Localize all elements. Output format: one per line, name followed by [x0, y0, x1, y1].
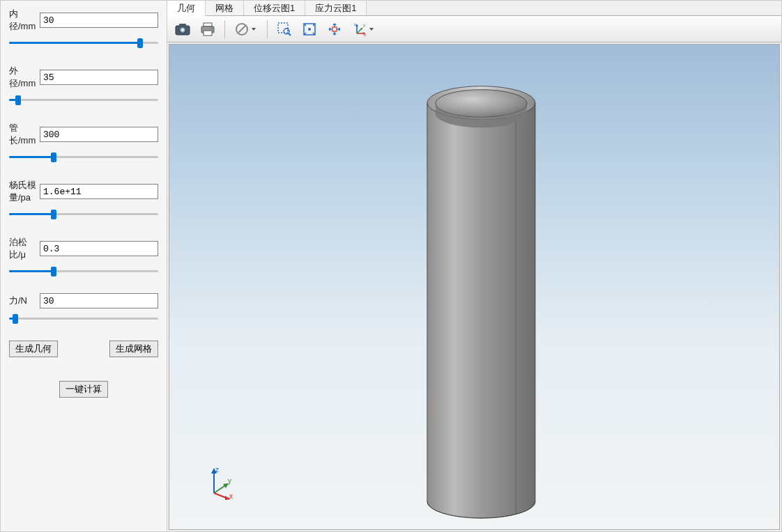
tab-geometry[interactable]: 几何 [167, 1, 206, 16]
outer-diameter-slider[interactable] [9, 94, 158, 105]
axis-z-label: z [215, 466, 219, 474]
poisson-ratio-label: 泊松比/μ [9, 236, 37, 261]
cylinder-geometry [169, 45, 779, 529]
svg-point-3 [181, 29, 184, 31]
main-panel: 几何 网格 位移云图1 应力云图1 [167, 0, 782, 532]
youngs-modulus-input[interactable] [40, 184, 158, 199]
youngs-modulus-label: 杨氏模量/pa [9, 179, 37, 204]
svg-rect-10 [278, 23, 288, 33]
tab-mesh[interactable]: 网格 [206, 1, 244, 15]
axis-y-label: y [228, 477, 231, 485]
axis-triad: z y x [206, 465, 240, 500]
tube-length-input[interactable] [40, 127, 158, 142]
svg-line-12 [289, 33, 291, 36]
poisson-ratio-input[interactable] [40, 241, 158, 256]
svg-point-14 [308, 28, 311, 31]
zoom-select-icon[interactable] [273, 19, 296, 40]
print-icon[interactable] [196, 19, 220, 40]
svg-rect-15 [332, 27, 337, 31]
youngs-modulus-slider[interactable] [9, 208, 158, 219]
force-input[interactable] [40, 293, 158, 308]
svg-rect-6 [204, 31, 212, 36]
viewport-3d[interactable]: z y x [169, 44, 780, 530]
svg-text:x: x [364, 33, 366, 36]
inner-diameter-label: 内径/mm [9, 8, 37, 33]
svg-text:y: y [363, 23, 365, 27]
camera-icon[interactable] [171, 19, 194, 40]
tube-length-label: 管长/mm [9, 122, 37, 147]
generate-geometry-button[interactable]: 生成几何 [9, 341, 58, 357]
force-label: 力/N [9, 295, 37, 307]
toolbar-separator [267, 20, 268, 38]
inner-diameter-input[interactable] [40, 13, 158, 28]
parameter-panel: 内径/mm 外径/mm 管长/mm [0, 0, 167, 532]
zoom-fit-icon[interactable] [298, 19, 321, 40]
poisson-ratio-slider[interactable] [9, 265, 158, 276]
compute-button[interactable]: 一键计算 [59, 381, 108, 398]
svg-point-7 [211, 28, 213, 29]
svg-point-24 [436, 90, 527, 118]
svg-rect-1 [179, 24, 186, 26]
chevron-down-icon [369, 28, 374, 31]
svg-text:z: z [354, 22, 356, 26]
axes-icon[interactable]: z y x [348, 19, 380, 40]
outer-diameter-input[interactable] [40, 70, 158, 85]
generate-mesh-button[interactable]: 生成网格 [109, 341, 158, 357]
toolbar-separator [224, 20, 225, 38]
outer-diameter-label: 外径/mm [9, 65, 37, 90]
zoom-extents-icon[interactable] [323, 19, 346, 40]
svg-line-9 [238, 26, 245, 33]
tube-length-slider[interactable] [9, 151, 158, 162]
chevron-down-icon [252, 28, 256, 31]
clear-icon[interactable] [230, 19, 262, 40]
tab-displacement[interactable]: 位移云图1 [244, 1, 305, 15]
svg-point-11 [284, 29, 289, 34]
svg-rect-4 [204, 23, 212, 26]
toolbar: z y x [167, 16, 781, 42]
axis-x-label: x [229, 492, 233, 500]
force-slider[interactable] [9, 313, 158, 324]
tab-stress[interactable]: 应力云图1 [305, 1, 367, 15]
tabs-bar: 几何 网格 位移云图1 应力云图1 [167, 1, 781, 16]
inner-diameter-slider[interactable] [9, 37, 158, 48]
